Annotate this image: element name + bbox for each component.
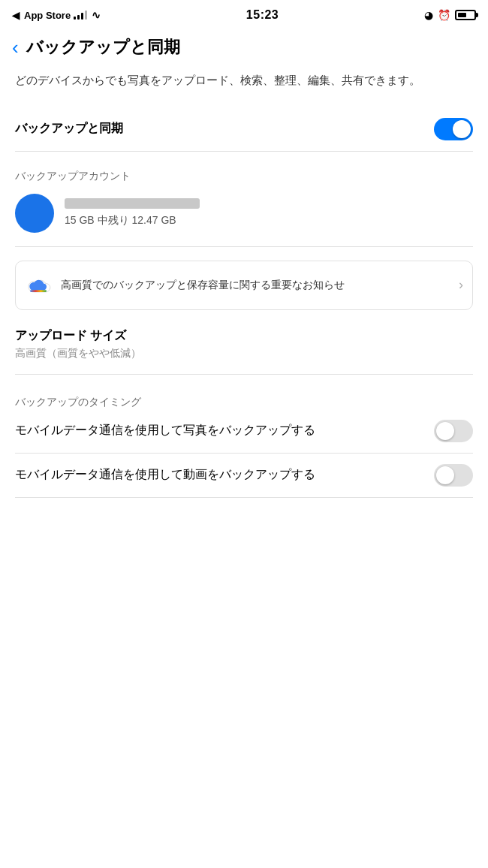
nav-back-arrow: ◀ (12, 10, 20, 21)
mobile-photo-row: モバイルデータ通信を使用して写真をバックアップする (15, 409, 473, 454)
page-title: バックアップと同期 (26, 36, 180, 59)
mobile-video-toggle[interactable] (434, 464, 473, 487)
content-area: どのデバイスからでも写真をアップロード、検索、整理、編集、共有できます。 バック… (0, 69, 488, 498)
account-row: 15 GB 中残り 12.47 GB (15, 194, 473, 247)
account-section-header: バックアップアカウント (15, 170, 473, 183)
backup-sync-row: バックアップと同期 (15, 107, 473, 152)
cloud-icon-wrap (25, 272, 52, 299)
back-button[interactable]: ‹ (12, 38, 19, 57)
wifi-icon: ∿ (92, 9, 101, 21)
alarm-icon: ⏰ (438, 9, 450, 21)
status-bar: ◀ App Store ∿ 15:23 ◕ ⏰ (0, 0, 488, 29)
carrier-label: App Store (24, 10, 71, 21)
google-cloud-icon (26, 277, 51, 294)
backup-sync-label: バックアップと同期 (15, 121, 123, 137)
battery-icon (455, 10, 476, 20)
upload-size-section: アップロード サイズ 高画質（画質をやや低減） (15, 328, 473, 375)
description-text: どのデバイスからでも写真をアップロード、検索、整理、編集、共有できます。 (15, 69, 473, 89)
toggle-knob-photo (436, 422, 454, 440)
mobile-video-label: モバイルデータ通信を使用して動画をバックアップする (15, 466, 434, 483)
toggle-knob (453, 120, 471, 138)
info-card-chevron: › (459, 277, 463, 293)
status-left: ◀ App Store ∿ (12, 9, 101, 21)
mobile-photo-toggle[interactable] (434, 420, 473, 442)
mobile-video-row: モバイルデータ通信を使用して動画をバックアップする (15, 454, 473, 498)
info-card[interactable]: 高画質でのバックアップと保存容量に関する重要なお知らせ › (15, 261, 473, 310)
timing-section-header: バックアップのタイミング (15, 393, 473, 409)
info-card-text: 高画質でのバックアップと保存容量に関する重要なお知らせ (61, 278, 447, 293)
svg-rect-0 (30, 290, 47, 292)
clock: 15:23 (246, 8, 279, 22)
signal-icon (74, 11, 87, 20)
account-info: 15 GB 中残り 12.47 GB (65, 198, 473, 228)
upload-size-title: アップロード サイズ (15, 328, 473, 344)
avatar (15, 194, 54, 233)
nav-header: ‹ バックアップと同期 (0, 29, 488, 69)
account-storage-text: 15 GB 中残り 12.47 GB (65, 214, 176, 226)
mobile-photo-label: モバイルデータ通信を使用して写真をバックアップする (15, 422, 434, 439)
lock-icon: ◕ (424, 9, 433, 21)
upload-size-subtitle: 高画質（画質をやや低減） (15, 347, 473, 360)
toggle-knob-video (436, 466, 454, 484)
account-name-placeholder (65, 198, 200, 209)
status-right: ◕ ⏰ (424, 9, 476, 21)
backup-sync-toggle[interactable] (434, 118, 473, 140)
